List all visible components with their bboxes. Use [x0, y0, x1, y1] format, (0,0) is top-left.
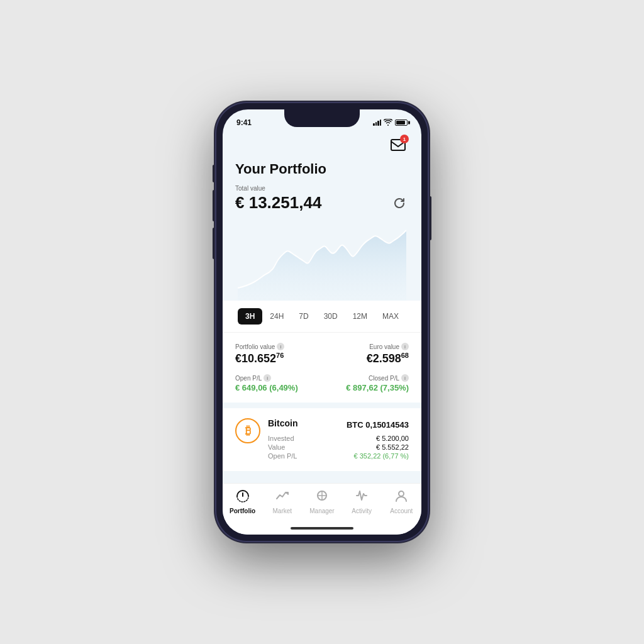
home-indicator: [223, 525, 421, 535]
portfolio-value-info[interactable]: i: [277, 343, 284, 350]
manager-nav-icon: [315, 489, 329, 506]
main-content: 1 Your Portfolio Total value € 13.251,44: [223, 130, 421, 483]
stats-row-pl: Open P/L i € 649,06 (6,49%) Closed P/L i…: [235, 374, 409, 392]
refresh-button[interactable]: [390, 194, 409, 213]
bitcoin-value-row: Value € 5.552,22: [268, 443, 409, 451]
filter-30d[interactable]: 30D: [316, 308, 345, 325]
portfolio-chart: [235, 219, 409, 301]
bitcoin-invested-row: Invested € 5.200,00: [268, 435, 409, 442]
nav-market[interactable]: Market: [267, 489, 298, 514]
value-value: € 5.552,22: [376, 443, 409, 451]
portfolio-value: €10.65276: [235, 352, 322, 365]
bitcoin-section: ₿ Bitcoin BTC 0,15014543 Invested € 5.20…: [223, 408, 421, 471]
total-value-label: Total value: [235, 185, 409, 192]
open-pl-stat: Open P/L i € 649,06 (6,49%): [235, 374, 322, 392]
signal-icon: [373, 119, 381, 126]
stats-row-values: Portfolio value i €10.65276 Euro value i: [235, 343, 409, 365]
invested-label: Invested: [268, 435, 294, 442]
phone-screen: 9:41: [223, 109, 421, 535]
filter-12m[interactable]: 12M: [345, 308, 375, 325]
activity-nav-label: Activity: [352, 508, 372, 514]
filter-3h[interactable]: 3H: [238, 308, 262, 325]
account-nav-icon: [394, 489, 408, 506]
phone-frame: 9:41: [215, 102, 429, 542]
bitcoin-pl-label: Open P/L: [268, 452, 297, 460]
nav-portfolio[interactable]: Portfolio: [227, 489, 258, 514]
total-value-row: € 13.251,44: [235, 193, 409, 213]
filter-max[interactable]: MAX: [375, 308, 406, 325]
notch: [284, 109, 360, 127]
portfolio-section: Your Portfolio Total value € 13.251,44: [223, 156, 421, 301]
closed-pl-value: € 897,62 (7,35%): [322, 383, 409, 392]
euro-value: €2.59868: [322, 352, 409, 365]
bitcoin-row: ₿ Bitcoin BTC 0,15014543 Invested € 5.20…: [235, 418, 409, 461]
mail-badge: 1: [400, 135, 409, 143]
euro-value-label: Euro value i: [322, 343, 409, 350]
activity-nav-icon: [355, 489, 369, 506]
home-bar: [291, 527, 353, 530]
nav-account[interactable]: Account: [386, 489, 417, 514]
bitcoin-details: Bitcoin BTC 0,15014543 Invested € 5.200,…: [268, 418, 409, 461]
divider: [223, 402, 421, 408]
bitcoin-pl-row: Open P/L € 352,22 (6,77 %): [268, 452, 409, 460]
stats-section: Portfolio value i €10.65276 Euro value i: [223, 332, 421, 402]
filter-7d[interactable]: 7D: [291, 308, 316, 325]
market-nav-label: Market: [273, 508, 292, 514]
mail-button[interactable]: 1: [387, 135, 409, 156]
portfolio-value-label: Portfolio value i: [235, 343, 322, 350]
side-button-power: [429, 196, 431, 240]
closed-pl-info[interactable]: i: [401, 374, 409, 382]
bitcoin-name: Bitcoin: [268, 418, 297, 428]
portfolio-value-stat: Portfolio value i €10.65276: [235, 343, 322, 365]
account-nav-label: Account: [390, 508, 413, 514]
header: 1: [223, 130, 421, 156]
nav-manager[interactable]: Manager: [306, 489, 338, 514]
market-nav-icon: [275, 489, 289, 506]
time-filters: 3H 24H 7D 30D 12M MAX: [223, 301, 421, 332]
closed-pl-label: Closed P/L i: [322, 374, 409, 382]
bitcoin-icon: ₿: [235, 418, 260, 443]
svg-point-1: [399, 491, 404, 496]
portfolio-nav-label: Portfolio: [230, 508, 255, 514]
closed-pl-stat: Closed P/L i € 897,62 (7,35%): [322, 374, 409, 392]
phone-wrapper: 9:41: [215, 102, 429, 542]
filter-24h[interactable]: 24H: [262, 308, 291, 325]
nav-activity[interactable]: Activity: [346, 489, 377, 514]
manager-nav-label: Manager: [309, 508, 334, 514]
portfolio-nav-icon: [236, 489, 250, 506]
wifi-icon: [384, 119, 392, 127]
portfolio-title: Your Portfolio: [235, 161, 409, 177]
status-icons: [373, 119, 408, 127]
euro-value-stat: Euro value i €2.59868: [322, 343, 409, 365]
bitcoin-amount: BTC 0,15014543: [347, 420, 409, 430]
invested-value: € 5.200,00: [376, 435, 409, 442]
euro-value-info[interactable]: i: [401, 343, 409, 350]
battery-icon: [395, 119, 408, 126]
open-pl-value: € 649,06 (6,49%): [235, 383, 322, 392]
status-time: 9:41: [236, 118, 252, 127]
open-pl-info[interactable]: i: [264, 374, 271, 382]
bitcoin-pl-value: € 352,22 (6,77 %): [354, 452, 409, 460]
total-value: € 13.251,44: [235, 193, 321, 213]
value-label: Value: [268, 443, 285, 451]
bottom-nav: Portfolio Market: [223, 483, 421, 525]
open-pl-label: Open P/L i: [235, 374, 322, 382]
